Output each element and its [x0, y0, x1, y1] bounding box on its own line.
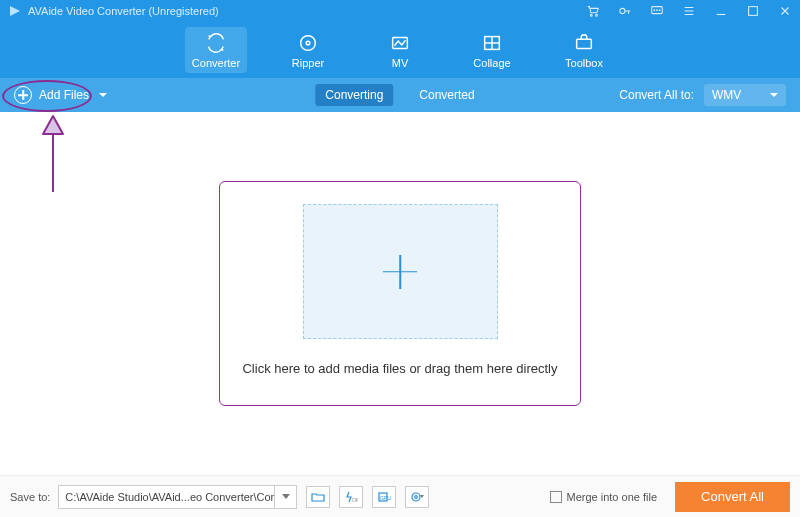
save-path-field[interactable]: C:\AVAide Studio\AVAid...eo Converter\Co… — [58, 485, 297, 509]
svg-point-6 — [301, 35, 316, 50]
collage-icon — [481, 32, 503, 54]
svg-point-1 — [590, 15, 592, 17]
svg-point-7 — [306, 41, 310, 45]
svg-text:OFF: OFF — [352, 497, 358, 503]
feedback-icon[interactable] — [650, 4, 664, 18]
chevron-down-icon[interactable] — [274, 486, 296, 508]
convert-all-label: Convert All to: — [619, 88, 694, 102]
sub-bar: Add Files Converting Converted Convert A… — [0, 78, 800, 112]
plus-circle-icon — [14, 86, 32, 104]
svg-rect-12 — [577, 39, 592, 48]
ripper-icon — [297, 32, 319, 54]
app-logo-icon — [8, 4, 22, 18]
app-title: AVAide Video Converter (Unregistered) — [28, 5, 219, 17]
nav-label: Ripper — [292, 57, 324, 69]
title-controls — [586, 4, 792, 18]
nav-toolbox[interactable]: Toolbox — [553, 27, 615, 73]
plus-icon — [383, 255, 417, 289]
svg-marker-13 — [282, 494, 290, 499]
save-to-label: Save to: — [10, 491, 50, 503]
nav-mv[interactable]: MV — [369, 27, 431, 73]
svg-text:GPU: GPU — [380, 495, 391, 501]
drop-frame: Click here to add media files or drag th… — [219, 181, 581, 406]
svg-rect-5 — [749, 7, 758, 16]
footer-bar: Save to: C:\AVAide Studio\AVAid...eo Con… — [0, 475, 800, 517]
settings-button[interactable] — [405, 486, 429, 508]
sub-tabs: Converting Converted — [315, 84, 484, 106]
svg-marker-19 — [420, 495, 424, 498]
mv-icon — [389, 32, 411, 54]
convert-all-area: Convert All to: WMV — [619, 84, 786, 106]
add-files-label: Add Files — [39, 88, 89, 102]
format-dropdown[interactable]: WMV — [704, 84, 786, 106]
nav-collage[interactable]: Collage — [461, 27, 523, 73]
add-files-button[interactable]: Add Files — [14, 86, 107, 104]
maximize-icon[interactable] — [746, 4, 760, 18]
nav-label: Collage — [473, 57, 510, 69]
chevron-down-icon — [99, 93, 107, 97]
accel-toggle-button[interactable]: OFF — [339, 486, 363, 508]
menu-icon[interactable] — [682, 4, 696, 18]
titlebar: AVAide Video Converter (Unregistered) — [0, 0, 800, 22]
chevron-down-icon — [770, 93, 778, 97]
convert-all-button[interactable]: Convert All — [675, 482, 790, 512]
drop-hint: Click here to add media files or drag th… — [242, 361, 557, 376]
nav-ripper[interactable]: Ripper — [277, 27, 339, 73]
minimize-icon[interactable] — [714, 4, 728, 18]
close-icon[interactable] — [778, 4, 792, 18]
nav-converter[interactable]: Converter — [185, 27, 247, 73]
content-area: Click here to add media files or drag th… — [0, 112, 800, 475]
tab-converted[interactable]: Converted — [409, 84, 484, 106]
format-selected: WMV — [712, 88, 741, 102]
drop-zone[interactable] — [303, 204, 498, 339]
key-icon[interactable] — [618, 4, 632, 18]
svg-point-17 — [412, 493, 420, 501]
toolbox-icon — [573, 32, 595, 54]
merge-label: Merge into one file — [567, 491, 658, 503]
main-nav: Converter Ripper MV Collage Toolbox — [0, 22, 800, 78]
nav-label: Converter — [192, 57, 240, 69]
converter-icon — [205, 32, 227, 54]
save-path-text: C:\AVAide Studio\AVAid...eo Converter\Co… — [59, 491, 274, 503]
svg-point-18 — [415, 495, 418, 498]
open-folder-button[interactable] — [306, 486, 330, 508]
nav-label: Toolbox — [565, 57, 603, 69]
checkbox-icon — [550, 491, 562, 503]
cart-icon[interactable] — [586, 4, 600, 18]
merge-checkbox[interactable]: Merge into one file — [550, 491, 658, 503]
svg-point-2 — [596, 15, 598, 17]
svg-marker-0 — [10, 6, 20, 16]
svg-point-3 — [620, 8, 625, 13]
nav-label: MV — [392, 57, 409, 69]
tab-converting[interactable]: Converting — [315, 84, 393, 106]
gpu-toggle-button[interactable]: GPU — [372, 486, 396, 508]
